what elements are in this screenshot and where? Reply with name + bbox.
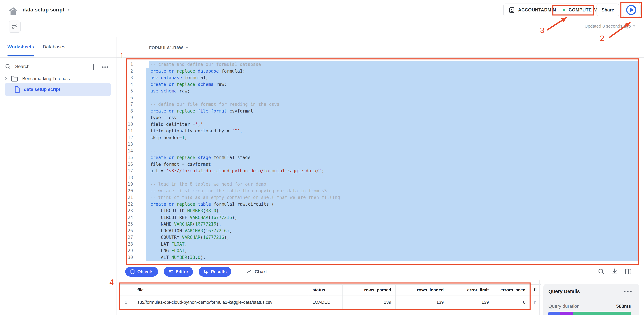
filters-button[interactable] [8,21,21,33]
table-cell: 139 [448,295,493,309]
home-button[interactable] [7,5,19,17]
table-cell: LOADED [308,295,342,309]
status-dot-icon [563,9,565,11]
tab-chart[interactable]: Chart [246,269,267,274]
column-header[interactable]: file [133,284,308,295]
line-number: 20 [116,188,133,194]
sidebar-item-benchmarking-tutorials[interactable]: Benchmarking Tutorials [4,75,70,83]
search-icon[interactable] [598,268,605,275]
table-row[interactable]: 1s3://formula1-dbt-cloud-python-demo/for… [119,295,541,309]
worksheet-title-menu[interactable]: data setup script [22,7,70,13]
caret-down-icon [633,26,635,27]
table-cell: 0 [493,295,530,309]
code-line: 10field_delimiter =',' [116,121,644,128]
column-header[interactable]: status [308,284,342,295]
search-placeholder: Search [15,64,30,69]
line-number: 25 [116,221,133,228]
results-table[interactable]: filestatusrows_parsedrows_loadederror_li… [119,284,541,309]
button-label: Editor [176,269,188,274]
plus-icon[interactable] [90,64,97,71]
table-cell: 1 [119,295,133,309]
updated-status-menu[interactable]: Updated 8 seconds ago [584,24,635,29]
line-number: 4 [116,81,133,88]
code-text: CIRCUITREF VARCHAR(16777216), [150,214,237,221]
code-line: 25 NAME VARCHAR(16777216), [116,221,644,228]
code-text: field_optionally_enclosed_by = '"', [150,128,242,134]
header-divider [0,37,644,37]
table-cell: n [530,295,541,309]
code-line: 4create or replace schema raw; [116,81,644,88]
column-header[interactable]: error_limit [448,284,493,295]
schema-context-selector[interactable]: FORMULA1.RAW [149,46,188,50]
code-text: use schema raw; [150,88,190,95]
results-button[interactable]: Results [198,267,231,276]
column-header[interactable] [119,284,133,295]
table-cell: 139 [342,295,396,309]
column-header[interactable]: fi [530,284,541,295]
selection-highlight [146,134,638,141]
column-header[interactable]: errors_seen [493,284,530,295]
line-number: 8 [116,108,133,115]
duration-bar-segment [573,312,631,315]
code-text: -- define our file format for reading in… [150,101,280,108]
code-text: COUNTRY VARCHAR(16777216), [150,234,230,241]
split-panel-icon[interactable] [624,268,632,275]
results-toolbar: ObjectsEditorResultsChart [125,267,267,276]
code-line: 27 COUNTRY VARCHAR(16777216), [116,234,644,241]
sidebar-item-data-setup-script[interactable]: data setup script [5,83,111,96]
sidebar-search-input[interactable]: Search [5,63,30,70]
ellipsis-icon[interactable] [101,63,109,71]
button-label: Results [211,269,226,274]
query-details-panel: Query Details Query duration 568ms [543,284,639,315]
code-line: 2create or replace database formula1; [116,68,644,75]
sql-editor[interactable]: 1-- create and define our formula1 datab… [116,61,644,261]
code-text: create or replace database formula1; [150,68,245,75]
role-label: ACCOUNTADMIN [518,8,556,13]
download-icon[interactable] [611,268,618,275]
code-line: 9type = csv [116,114,644,121]
snowsight-worksheet-window: data setup script ACCOUNTADMIN COMPUTE_W… [0,0,644,315]
column-header[interactable]: rows_parsed [342,284,396,295]
code-line: 7-- define our file format for reading i… [116,101,644,108]
code-text: url = 's3://formula1-dbt-cloud-python-de… [150,168,324,174]
line-number: 6 [116,95,133,101]
line-number: 11 [116,128,133,134]
more-options-icon[interactable] [624,291,632,292]
code-text: -- create and define our formula1 databa… [150,61,261,68]
search-icon [5,63,11,70]
home-icon [8,6,18,16]
code-line: 30 ALT NUMBER(38,0), [116,254,644,261]
tab-databases[interactable]: Databases [43,44,65,50]
caret-down-icon [186,47,188,49]
user-badge-icon [509,7,515,13]
code-line: 16file_format = csvformat [116,161,644,168]
line-number: 9 [116,114,133,121]
line-number: 15 [116,154,133,161]
selection-highlight [146,247,638,254]
selection-highlight [146,121,638,128]
folder-label: Benchmarking Tutorials [22,76,70,81]
code-line: 29 LNG FLOAT, [116,247,644,254]
objects-button[interactable]: Objects [125,267,158,276]
line-number: 7 [116,101,133,108]
line-number: 30 [116,254,133,261]
tab-worksheets[interactable]: Worksheets [8,44,34,50]
code-line: 12skip_header=1; [116,134,644,141]
editor-button[interactable]: Editor [164,267,193,276]
line-number: 14 [116,148,133,154]
line-number: 24 [116,214,133,221]
caret-down-icon [67,9,70,11]
code-text: LOCATION VARCHAR(16777216), [150,228,232,234]
share-button[interactable]: Share [596,4,619,16]
run-button[interactable] [622,3,641,17]
code-text: use database formula1; [150,75,208,81]
page-title: data setup script [22,7,64,13]
code-text: field_delimiter =',' [150,121,203,128]
context-selector-button[interactable]: ACCOUNTADMIN COMPUTE_WH [503,4,607,16]
table-cell: s3://formula1-dbt-cloud-python-demo/form… [133,295,308,309]
column-header[interactable]: rows_loaded [396,284,448,295]
query-duration-label: Query duration [548,303,580,309]
code-text: -- think of this as an empty container o… [150,194,340,201]
worksheet-label: data setup script [24,87,60,92]
line-number: 3 [116,75,133,81]
